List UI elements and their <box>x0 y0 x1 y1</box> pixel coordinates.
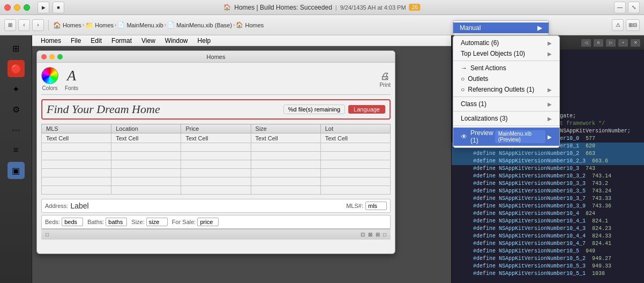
ib-traffic-lights <box>41 54 63 59</box>
fonts-label: Fonts <box>65 85 78 91</box>
dropdown-item-sent-actions[interactable]: → Sent Actions <box>453 63 559 73</box>
dropdown-item-ref-outlets[interactable]: ○ Referencing Outlets (1) ▶ <box>453 84 559 95</box>
menu-view[interactable]: View <box>137 36 160 45</box>
preview-file-label: MainMenu.xib (Preview) <box>495 130 545 143</box>
dropdown-item-preview[interactable]: 👁 Preview (1) MainMenu.xib (Preview) ▶ <box>453 128 559 146</box>
dropdown-item-localizations[interactable]: Localizations (3) ▶ <box>453 113 559 124</box>
font-icon: A <box>67 67 76 84</box>
colors-control[interactable]: Colors <box>41 67 58 91</box>
bc-mainmenu[interactable]: 📄 MainMenu.xib <box>117 21 163 28</box>
window-minimize-btn[interactable]: — <box>614 2 626 13</box>
size-input[interactable]: size <box>146 218 168 226</box>
dropdown-arrow-ref: ▶ <box>548 87 552 93</box>
menu-format[interactable]: Format <box>107 36 136 45</box>
code-line: #define NSAppKitVersionNumber10_2_3 663.… <box>452 158 644 165</box>
ib-zoom-btn[interactable]: ⊡ <box>361 232 365 237</box>
cell-size: Text Cell <box>251 133 320 143</box>
menu-window[interactable]: Window <box>161 36 192 45</box>
ref-outlets-icon: ○ <box>461 86 465 93</box>
breadcrumb: 🏠 Homes › 📁 Homes › 📄 MainMenu.xib › 📄 M… <box>53 21 264 29</box>
sidebar-icon-list[interactable]: ≡ <box>8 142 25 159</box>
close-button[interactable] <box>4 4 11 11</box>
dropdown-item-toplevel[interactable]: Top Level Objects (10) ▶ <box>453 48 559 59</box>
dropdown-item-automatic[interactable]: Automatic (6) ▶ <box>453 38 559 48</box>
play-button[interactable]: ▶ <box>38 2 49 13</box>
menu-file[interactable]: File <box>66 36 85 45</box>
color-wheel-icon <box>41 67 58 84</box>
print-btn[interactable]: 🖨 Print <box>379 71 391 88</box>
table-row: Text Cell Text Cell Text Cell Text Cell … <box>42 133 391 143</box>
sidebar-icon-gear[interactable]: ⚙ <box>8 101 25 118</box>
rp-add-btn[interactable]: + <box>618 39 628 47</box>
ib-fit-btn[interactable]: ⊠ <box>368 232 372 237</box>
menu-edit[interactable]: Edit <box>86 36 106 45</box>
ib-minimize[interactable] <box>49 54 55 59</box>
ib-zoom[interactable] <box>57 54 63 59</box>
sidebar-icon-star[interactable]: ✦ <box>8 80 25 98</box>
find-banner: Find Your Dream Home %d file(s) remainin… <box>41 99 391 120</box>
baths-input[interactable]: baths <box>106 218 127 226</box>
maximize-button[interactable] <box>24 4 30 11</box>
warning-badge: 26 <box>409 4 421 11</box>
mls-input[interactable]: mls <box>365 202 387 210</box>
col-location: Location <box>111 124 181 133</box>
nav-back-btn[interactable]: ‹ <box>18 19 30 31</box>
code-line: #define NSAppKitVersionNumber10_3_3 743.… <box>452 180 644 188</box>
code-line: #define NSAppKitVersionNumber10_3 743 <box>452 165 644 173</box>
rp-prev-btn[interactable]: ◁ <box>581 39 591 47</box>
content-wrapper: Homes File Edit Format View Window Help … <box>32 35 451 283</box>
toplevel-label: Top Level Objects (10) <box>461 50 525 57</box>
beds-input[interactable]: beds <box>62 218 83 226</box>
stop-button[interactable]: ■ <box>53 2 64 13</box>
ib-close[interactable] <box>41 54 47 59</box>
menu-homes[interactable]: Homes <box>36 36 65 45</box>
menu-help[interactable]: Help <box>193 36 215 45</box>
bc-homes[interactable]: 🏠 Homes <box>53 21 81 29</box>
toolbar-right: ⚠ ⊞⊟ <box>612 19 640 31</box>
ib-bottom-right: ⊡ ⊠ ⊞ □ <box>361 232 386 237</box>
outlets-icon: ○ <box>461 75 465 83</box>
manual-item[interactable]: Manual ▶ <box>453 23 549 33</box>
dropdown-item-class[interactable]: Class (1) ▶ <box>453 99 559 109</box>
table-body: Text Cell Text Cell Text Cell Text Cell … <box>42 133 391 195</box>
sent-actions-label: Sent Actions <box>470 64 506 72</box>
cell-price: Text Cell <box>181 133 251 143</box>
menu-bar: Homes File Edit Format View Window Help <box>32 35 451 46</box>
sidebar-icon-ib[interactable]: ▣ <box>8 162 25 179</box>
dropdown-item-outlets[interactable]: ○ Outlets <box>453 73 559 84</box>
rp-next-btn[interactable]: ▷ <box>605 39 616 47</box>
sidebar-icon-grid[interactable]: ⊞ <box>8 40 25 57</box>
bc-homes-3[interactable]: 🏠 Homes <box>236 21 264 28</box>
code-line: #define NSAppKitVersionNumber10_4_4 824.… <box>452 233 644 240</box>
bc-base[interactable]: 📄 MainMenu.xib (Base) <box>167 21 232 28</box>
bc-sep-3: › <box>164 22 166 28</box>
dropdown-arrow: ▶ <box>548 51 552 57</box>
preview-icon: 👁 <box>461 133 467 140</box>
bc-sep-2: › <box>115 22 116 28</box>
language-button[interactable]: Language <box>348 105 385 114</box>
rp-close-btn[interactable]: ✕ <box>630 39 641 47</box>
find-banner-row: Find Your Dream Home %d file(s) remainin… <box>47 102 385 116</box>
print-icon: 🖨 <box>380 71 390 82</box>
outlets-label: Outlets <box>468 75 488 83</box>
sidebar-icon-red[interactable]: 🔴 <box>8 60 25 77</box>
class-label: Class (1) <box>461 100 486 108</box>
toolbar-separator <box>48 20 49 31</box>
ib-expand-btn[interactable]: □ <box>383 232 386 237</box>
bc-homes-2[interactable]: 📁 Homes <box>85 21 114 29</box>
ib-size-btn[interactable]: ⊞ <box>376 232 380 237</box>
sidebar-toggle-btn[interactable]: ⊞ <box>4 19 16 31</box>
table-row <box>42 177 391 186</box>
window-zoom-btn[interactable]: ⤡ <box>628 2 640 13</box>
sidebar-icon-more[interactable]: ⋯ <box>8 121 25 138</box>
warning-btn[interactable]: ⚠ <box>612 19 624 31</box>
size-label: Size: <box>131 219 144 225</box>
table-header-row: MLS Location Price Size Lot <box>42 124 391 133</box>
ib-window-body: Colors A Fonts 🖨 Print <box>37 63 395 244</box>
nav-forward-btn[interactable]: › <box>32 19 44 31</box>
fonts-control[interactable]: A Fonts <box>65 67 78 91</box>
layout-toggle-btn[interactable]: ⊞⊟ <box>626 19 640 31</box>
cell-lot: Text Cell <box>320 133 390 143</box>
minimize-button[interactable] <box>14 4 20 11</box>
forsale-input[interactable]: price <box>197 218 219 226</box>
